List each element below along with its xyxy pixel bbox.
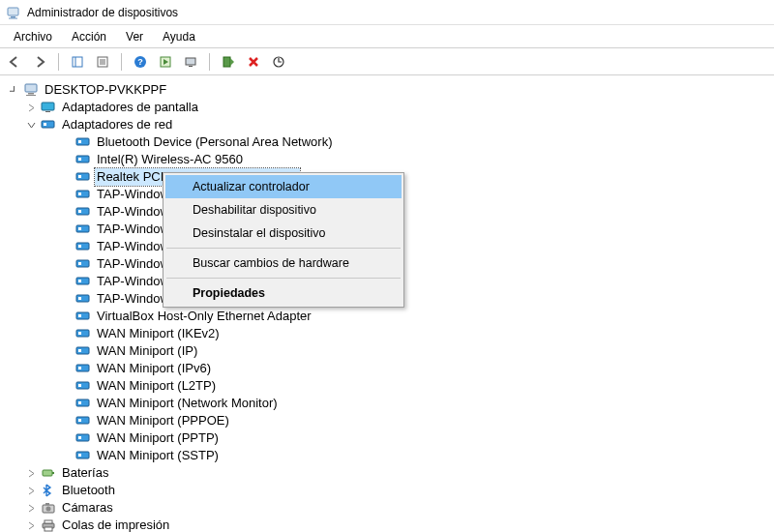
- tree-spacer: [60, 206, 72, 218]
- svg-rect-58: [78, 436, 81, 439]
- svg-rect-19: [42, 103, 54, 110]
- tree-device-item[interactable]: Intel(R) Wireless-AC 9560: [8, 151, 774, 168]
- tree-device-item[interactable]: WAN Miniport (PPTP): [8, 429, 774, 447]
- network-adapter-icon: [75, 257, 91, 271]
- svg-rect-67: [45, 520, 52, 523]
- scan-hardware-button[interactable]: [180, 51, 201, 73]
- tree-device-label: Bluetooth Device (Personal Area Network): [95, 133, 335, 151]
- tree-category[interactable]: Cámaras: [8, 499, 774, 517]
- show-hide-tree-button[interactable]: [67, 51, 88, 73]
- expand-icon[interactable]: [25, 102, 37, 113]
- tree-root[interactable]: DESKTOP-PVKKPPF: [8, 81, 774, 99]
- svg-rect-18: [26, 95, 36, 96]
- tree-spacer: [60, 241, 72, 252]
- svg-rect-17: [28, 93, 34, 95]
- tree-device-label: VirtualBox Host-Only Ethernet Adapter: [95, 308, 313, 325]
- network-adapter-icon: [75, 240, 91, 253]
- tree-device-item[interactable]: WAN Miniport (IP): [8, 342, 774, 360]
- tree-spacer: [60, 171, 72, 183]
- back-button[interactable]: [4, 51, 25, 73]
- network-adapter-icon: [75, 344, 91, 358]
- svg-text:?: ?: [137, 57, 143, 67]
- tree-category-label: Cámaras: [60, 499, 115, 517]
- context-update-driver[interactable]: Actualizar controlador: [165, 175, 402, 198]
- tree-device-item[interactable]: WAN Miniport (IPv6): [8, 360, 774, 377]
- tree-spacer: [60, 223, 72, 235]
- context-separator: [166, 248, 401, 249]
- network-adapter-icon: [75, 327, 91, 340]
- tree-category[interactable]: Adaptadores de red: [8, 116, 774, 133]
- network-adapter-icon: [75, 362, 91, 375]
- tree-device-item[interactable]: WAN Miniport (SSTP): [8, 447, 774, 464]
- context-disable-device[interactable]: Deshabilitar dispositivo: [165, 198, 402, 222]
- camera-icon: [41, 501, 56, 515]
- context-properties[interactable]: Propiedades: [165, 281, 402, 305]
- network-adapter-icon: [75, 431, 91, 445]
- forward-button[interactable]: [29, 51, 50, 73]
- svg-rect-68: [45, 527, 52, 531]
- menu-file[interactable]: Archivo: [4, 27, 62, 46]
- help-button[interactable]: ?: [130, 51, 151, 73]
- tree-device-item[interactable]: WAN Miniport (L2TP): [8, 377, 774, 395]
- properties-button[interactable]: [92, 51, 113, 73]
- menu-action[interactable]: Acción: [62, 27, 116, 46]
- svg-rect-21: [42, 121, 54, 128]
- network-adapter-icon: [75, 414, 91, 428]
- tree-device-item[interactable]: WAN Miniport (PPPOE): [8, 412, 774, 429]
- svg-rect-52: [78, 384, 81, 387]
- network-adapter-icon: [75, 449, 91, 462]
- svg-rect-34: [78, 227, 81, 230]
- printer-icon: [41, 518, 56, 532]
- svg-rect-30: [78, 192, 81, 195]
- context-uninstall-device[interactable]: Desinstalar el dispositivo: [165, 222, 402, 245]
- tree-category[interactable]: Baterías: [8, 464, 774, 482]
- expand-icon[interactable]: [25, 485, 37, 496]
- network-adapter-icon: [75, 292, 91, 306]
- svg-rect-25: [76, 156, 89, 163]
- svg-point-64: [46, 507, 51, 512]
- battery-icon: [41, 466, 56, 480]
- svg-rect-55: [76, 417, 89, 424]
- svg-rect-36: [78, 245, 81, 248]
- menu-view[interactable]: Ver: [116, 27, 153, 46]
- svg-rect-49: [76, 365, 89, 371]
- expand-icon[interactable]: [25, 467, 37, 479]
- action-button[interactable]: [155, 51, 176, 73]
- tree-category[interactable]: Bluetooth: [8, 482, 774, 499]
- svg-rect-37: [76, 260, 89, 267]
- titlebar: Administrador de dispositivos: [0, 0, 774, 25]
- device-manager-icon: [6, 5, 21, 20]
- svg-rect-59: [76, 452, 89, 458]
- tree-device-item[interactable]: WAN Miniport (Network Monitor): [8, 395, 774, 412]
- tree-device-label: WAN Miniport (Network Monitor): [95, 395, 280, 412]
- network-adapter-icon: [75, 153, 91, 166]
- tree-category-label: Adaptadores de pantalla: [60, 99, 200, 116]
- menu-help[interactable]: Ayuda: [153, 27, 205, 46]
- collapse-icon[interactable]: [8, 84, 19, 96]
- svg-rect-56: [78, 419, 81, 422]
- svg-rect-14: [223, 57, 230, 67]
- tree-device-item[interactable]: VirtualBox Host-Only Ethernet Adapter: [8, 308, 774, 325]
- tree-device-label: Intel(R) Wireless-AC 9560: [95, 151, 245, 168]
- computer-icon: [23, 83, 39, 97]
- tree-category[interactable]: Adaptadores de pantalla: [8, 99, 774, 116]
- tree-spacer: [60, 258, 72, 270]
- svg-rect-62: [52, 472, 54, 474]
- update-driver-button[interactable]: [268, 51, 289, 73]
- network-adapter-icon: [75, 275, 91, 288]
- disable-device-button[interactable]: [243, 51, 264, 73]
- tree-spacer: [60, 293, 72, 305]
- collapse-icon[interactable]: [25, 119, 37, 131]
- tree-device-item[interactable]: WAN Miniport (IKEv2): [8, 325, 774, 342]
- tree-category[interactable]: Colas de impresión: [8, 517, 774, 532]
- context-scan-hardware[interactable]: Buscar cambios de hardware: [165, 251, 402, 275]
- tree-spacer: [60, 450, 72, 461]
- tree-device-label: WAN Miniport (PPTP): [95, 429, 221, 447]
- expand-icon[interactable]: [25, 502, 37, 514]
- tree-device-item[interactable]: Bluetooth Device (Personal Area Network): [8, 133, 774, 151]
- context-menu: Actualizar controlador Deshabilitar disp…: [163, 172, 404, 308]
- svg-rect-29: [76, 191, 89, 197]
- enable-device-button[interactable]: [218, 51, 239, 73]
- svg-rect-44: [78, 314, 81, 317]
- expand-icon[interactable]: [25, 519, 37, 531]
